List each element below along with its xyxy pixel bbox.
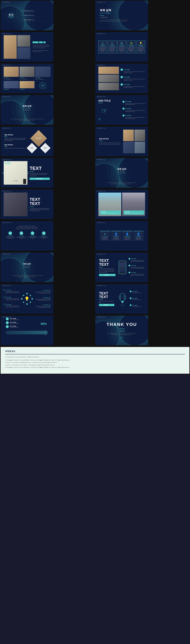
slide-20-label: 제목을 입력하시오1 [97, 285, 106, 286]
copyright-slide: 저작권 공고 이 PPT(파워포인트) 서식은 사용 제작되었으며, 자유롭게 … [0, 347, 190, 374]
step-3: 04 KEYWORDS The importance of this thing… [38, 232, 49, 239]
slide11-btn[interactable]: READ MORE [30, 178, 50, 180]
slide8-item-1: TITLE HERE The important thing is this: … [122, 108, 145, 112]
slide8-item-0: TITLE HERE The important thing is this: … [122, 101, 145, 105]
slide-2-title: 제목 입력 세 부 대 용 을 서 울 특 별 시 The important … [95, 0, 148, 30]
slide19-title-1: TITLE HERE [6, 297, 11, 298]
slide-15-label: 제목을 입력하시오1 [2, 222, 11, 224]
copyright-title: 저작권 공고 [5, 350, 185, 352]
slide19-item-5: TITLE HERE The important thing is this: … [34, 304, 50, 308]
slide-13-label: 제목을 입력하시오1 [2, 190, 11, 192]
slide20-title-0: TITLE HERE [132, 291, 137, 292]
slide8-desc-2: The important thing is this: to be there… [122, 117, 145, 119]
icon-sym-2: 🏛 [118, 42, 125, 44]
copyright-line-1: 1. PPTCopyright: 이 파일은 저작 라이선스를 따릅니다. 하지… [5, 359, 185, 361]
slide19-title-0: TITLE HERE [6, 290, 11, 291]
icon-title-3: TITLE HERE [128, 46, 135, 47]
icon-sym-1: 👁 [108, 42, 116, 44]
slide19-desc-2: The important thing is this: to be there… [4, 305, 20, 308]
copyright-line-3: 3. Themes: 이 서식은 상업적으로 사용 가능합니다. 또한 상업용으… [5, 364, 185, 366]
slide7-subtitle: 세 부 대 용 을 [22, 108, 32, 109]
slide19-title-4: TITLE HERE [43, 297, 48, 298]
slide18-title-0: TITLE HERE [131, 258, 136, 259]
slide18-big2: TEXT [99, 262, 116, 266]
slide19-title-5: TITLE HERE [43, 304, 48, 305]
svg-point-13 [30, 302, 31, 303]
kw-label-0: KEYWORDS [100, 236, 110, 237]
slide21-item-2: 3 TEXT HERE The important thing is this.… [6, 325, 48, 328]
icon-sym-4: 💡 [137, 42, 144, 44]
contents-title-kor: 목 차 [8, 14, 14, 16]
photo-grid-2 [20, 66, 35, 77]
photo-2 [17, 35, 30, 47]
kw-icon-3: 👤 [134, 232, 143, 236]
slide18-title-1: TITLE HERE [131, 265, 136, 266]
photo-1 [4, 35, 17, 59]
copyright-line-4: 4. PPTCopyright: 이 파일은 저작 라이선스를 따릅니다. 하지… [5, 366, 185, 368]
slide-3: Only the master is right, but we be skil… [0, 32, 54, 62]
slide-14: 제목 대목 The important thing is this: to be… [95, 190, 148, 219]
slide20-item-0: TITLE HERE The important thing is this..… [130, 290, 145, 293]
icon-sym-3: 🌿 [128, 42, 135, 44]
slide-16-label: 제목을 입력하시오1 [97, 222, 106, 224]
slide6-title-2: TITLE HERE [124, 84, 130, 85]
slide6-desc-0: The important thing is this: to be there… [120, 71, 145, 73]
slide-5: TITLE HERE The important thing is this. … [0, 64, 54, 93]
slide-18: TEXT TEXT Start before you're ready. Don… [95, 252, 148, 282]
slide-11-label: 제목을 입력하시오1 [2, 159, 11, 160]
step2-label: KEYWORDS [28, 236, 38, 236]
slide-19-label: 제목을 입력하시오1 [2, 285, 11, 286]
slide6-desc-2: The important thing is this: to be there… [120, 86, 145, 88]
svg-point-11 [21, 298, 22, 300]
step1-desc: The importance of this thing is importan… [16, 237, 26, 239]
slide8-title-2: TITLE HERE [125, 115, 131, 116]
contents-item-1: ✓ 제목을 입력하시오1 [22, 10, 50, 12]
step-0: 01 KEYWORDS The importance of this thing… [5, 232, 15, 239]
slide-22-label: 제목을 입력하시오1 [97, 316, 106, 318]
slide17-body: The important thing is this: to be able … [11, 275, 43, 278]
slide-2-label: 제목을 입력하시오1 [97, 2, 106, 3]
slide14-item1-desc: The important thing is this: to be able … [101, 213, 119, 214]
slide15-quote: The who finds the right moment is the ri… [5, 226, 49, 230]
contents-item-3: ✓ 제목을 입력하시오1 [22, 18, 50, 22]
slide20-item-1: TITLE HERE The important thing is this..… [130, 297, 145, 300]
slide-7: 제목 입력 세 부 대 용 을 서 울 특 별 시 The important … [0, 95, 54, 125]
slide-7-label: 제목을 입력하시오1 [2, 96, 11, 98]
slide11-body: Start before you're ready. Don't prepare… [30, 173, 50, 176]
kw-icon-1: 👤 [112, 232, 120, 236]
contents-item-label-1: 제목을 입력하시오1 [24, 10, 34, 12]
slide19-desc-0: The important thing is this: to be there… [4, 291, 20, 294]
icon-title-0: TITLE HERE [99, 46, 106, 47]
thankyou-text: THANK YOU [106, 322, 137, 327]
kw-card-1: 👤 KEYWORDS The importance something to y… [111, 231, 121, 241]
thankyou-sub: 서울특별시 [118, 330, 125, 332]
icon-card-4: 💡 TITLE HERE The important thing is this… [136, 40, 145, 53]
slide20-btn[interactable]: GREEN → [99, 304, 114, 306]
icon-desc-3: The important thing is this: to be there… [128, 47, 135, 52]
slide18-item-2: TITLE HERE The important thing is this: … [128, 272, 145, 277]
grid-title-1: TITLE HERE [20, 78, 35, 78]
icon-card-0: ⚖ TITLE HERE The important thing is this… [98, 40, 107, 53]
slide-9: 한솔 대목 화인 Self-discipline requires yourse… [0, 126, 54, 156]
slide18-big1: TEXT [99, 258, 116, 262]
slide18-desc-1: The important thing is this: to be there… [128, 267, 145, 270]
svg-point-12 [30, 295, 31, 296]
slide10-quote: You have to believe in yourself! That's … [99, 142, 121, 145]
slide18-btn[interactable]: GREEN → [99, 274, 116, 276]
slide6-photo-1 [98, 66, 119, 74]
slide-5-label: 제목을 입력하시오1 [2, 64, 11, 66]
slide13-line1: TEXT [30, 198, 50, 202]
slide-9-label: 제목을 입력하시오1 [2, 128, 11, 129]
slide2-title: 제목 입력 [100, 9, 130, 12]
slide-1-contents: 목 차 CONTENTS ✓ 제목을 입력하시오1 ✓ 제목을 입력하시오1 ✓… [0, 0, 54, 30]
slide-11: Google ❮ ❯ ADD TITLE TEXT [0, 158, 54, 188]
svg-point-8 [26, 293, 28, 294]
photo-grid-3 [35, 66, 50, 77]
contents-item-label-3: 제목을 입력하시오1 [24, 19, 34, 21]
slide7-sub2: 서 울 특 별 시 [22, 109, 32, 111]
kw-card-2: 👤 KEYWORDS The importance something to y… [122, 231, 132, 241]
slide2-subtitle: 세 부 대 용 을 [100, 12, 130, 14]
photo-grid-5 [20, 81, 35, 88]
slide12-title: 제목 입력 [117, 168, 126, 170]
step3-label: KEYWORDS [38, 236, 49, 236]
